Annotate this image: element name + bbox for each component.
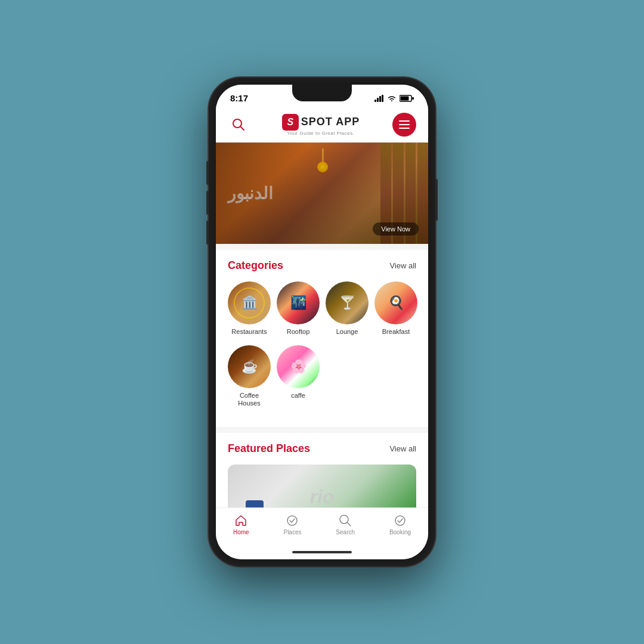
- category-item-caffe[interactable]: caffe: [277, 345, 320, 407]
- home-icon: [234, 514, 247, 527]
- categories-title: Categories: [228, 259, 283, 272]
- nav-home[interactable]: Home: [233, 514, 249, 535]
- category-item-restaurants[interactable]: Restaurants: [228, 281, 271, 336]
- nav-home-label: Home: [233, 529, 249, 535]
- places-icon: [286, 514, 299, 527]
- category-item-breakfast[interactable]: Breakfast: [374, 281, 417, 336]
- logo-tagline: Your Guide to Great Places.: [287, 131, 355, 136]
- status-time: 8:17: [230, 93, 248, 103]
- category-label-restaurants: Restaurants: [231, 328, 267, 336]
- svg-point-12: [395, 516, 405, 525]
- phone-screen: 8:17: [216, 85, 428, 559]
- home-indicator-bar: [292, 551, 352, 553]
- nav-places[interactable]: Places: [283, 514, 301, 535]
- nav-booking-label: Booking: [389, 529, 411, 535]
- svg-point-9: [287, 516, 297, 525]
- signal-icon: [374, 95, 384, 102]
- svg-rect-1: [377, 98, 379, 102]
- booking-icon: [394, 514, 407, 527]
- category-label-rooftop: Rooftop: [287, 328, 310, 336]
- status-icons: [374, 95, 414, 102]
- home-indicator: [216, 547, 428, 559]
- category-circle-coffee: [228, 345, 271, 388]
- categories-header: Categories View all: [228, 259, 416, 272]
- logo-letter: S: [282, 114, 299, 131]
- category-item-rooftop[interactable]: Rooftop: [277, 281, 320, 336]
- svg-rect-5: [401, 96, 409, 100]
- featured-title: Featured Places: [228, 442, 310, 455]
- logo-app-name: SPOT APP: [301, 116, 360, 128]
- menu-line-2: [399, 124, 410, 125]
- category-circle-lounge: [326, 281, 369, 324]
- category-circle-caffe: [277, 345, 320, 388]
- wifi-icon: [387, 95, 397, 102]
- categories-section: Categories View all Restaurants Rooftop: [216, 250, 428, 427]
- svg-rect-0: [374, 100, 376, 102]
- app-header: S SPOT APP Your Guide to Great Places.: [216, 107, 428, 143]
- app-logo: S SPOT APP Your Guide to Great Places.: [282, 114, 360, 136]
- category-label-breakfast: Breakfast: [382, 328, 410, 336]
- svg-line-8: [240, 126, 244, 130]
- svg-rect-2: [379, 96, 381, 102]
- category-label-coffee: CoffeeHouses: [238, 392, 260, 407]
- hero-banner[interactable]: الدنبور View Now: [216, 143, 428, 244]
- rio-text: rio: [310, 486, 335, 507]
- phone-notch: [292, 85, 352, 101]
- featured-door: [246, 500, 264, 507]
- battery-icon: [400, 95, 414, 102]
- search-button[interactable]: [228, 114, 249, 135]
- nav-search-label: Search: [336, 529, 355, 535]
- categories-row-1: Restaurants Rooftop Lounge Breakfast: [228, 281, 416, 336]
- menu-line-1: [399, 120, 410, 122]
- category-item-lounge[interactable]: Lounge: [326, 281, 369, 336]
- category-circle-restaurants: [228, 281, 271, 324]
- category-circle-breakfast: [374, 281, 417, 324]
- featured-view-all[interactable]: View all: [389, 444, 416, 453]
- nav-search-icon: [339, 514, 352, 527]
- nav-places-label: Places: [283, 529, 301, 535]
- menu-line-3: [399, 128, 410, 129]
- category-item-coffee[interactable]: CoffeeHouses: [228, 345, 271, 407]
- view-now-button[interactable]: View Now: [373, 222, 419, 236]
- category-label-lounge: Lounge: [336, 328, 358, 336]
- categories-view-all[interactable]: View all: [389, 261, 416, 270]
- svg-rect-6: [412, 97, 414, 100]
- phone-frame: 8:17: [209, 78, 435, 566]
- featured-header: Featured Places View all: [228, 442, 416, 455]
- menu-button[interactable]: [392, 113, 416, 137]
- featured-section: Featured Places View all rio 🌿: [216, 433, 428, 507]
- nav-booking[interactable]: Booking: [389, 514, 411, 535]
- featured-image[interactable]: rio 🌿: [228, 465, 416, 507]
- app-content[interactable]: الدنبور View Now Categories View all Res…: [216, 143, 428, 507]
- bottom-nav: Home Places Search: [216, 507, 428, 547]
- svg-line-11: [347, 522, 351, 526]
- logo-row: S SPOT APP: [282, 114, 360, 131]
- search-icon: [232, 118, 245, 131]
- category-label-caffe: caffe: [291, 392, 305, 400]
- svg-rect-3: [382, 95, 383, 102]
- nav-search[interactable]: Search: [336, 514, 355, 535]
- categories-row-2: CoffeeHouses caffe: [228, 345, 416, 407]
- category-circle-rooftop: [277, 281, 320, 324]
